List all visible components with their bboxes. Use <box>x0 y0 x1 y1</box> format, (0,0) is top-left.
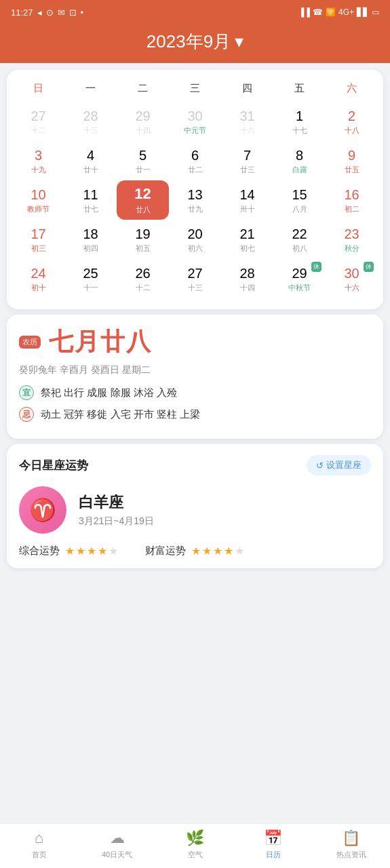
news-icon: 📋 <box>342 829 360 847</box>
ji-tag: 忌 <box>19 407 34 422</box>
wstar4: ★ <box>224 545 233 557</box>
header-title[interactable]: 2023年9月 ▾ <box>0 30 390 54</box>
cal-day-sep9[interactable]: 9 廿五 <box>326 141 378 180</box>
chevron-down-icon: ▾ <box>235 31 243 52</box>
cal-day-sep10[interactable]: 10 教师节 <box>12 180 64 220</box>
cal-day-sep30[interactable]: 休 30 十六 <box>326 259 378 298</box>
month-title: 2023年9月 <box>147 30 231 54</box>
cal-day-sep15[interactable]: 15 八月 <box>273 180 326 220</box>
star2: ★ <box>76 545 85 557</box>
wstar2: ★ <box>202 545 212 557</box>
cal-day-aug30[interactable]: 30 中元节 <box>169 102 221 141</box>
battery-icon: ▭ <box>372 7 379 17</box>
weekday-sat: 六 <box>326 79 378 98</box>
nav-home[interactable]: ⌂ 首页 <box>0 829 78 860</box>
news-label: 热点资讯 <box>336 850 366 860</box>
calendar-card: 日 一 二 三 四 五 六 27 十二 28 十三 29 十四 30 <box>7 70 383 309</box>
weather-icon: ☁ <box>110 829 125 847</box>
cal-day-sep21[interactable]: 21 初七 <box>221 220 273 259</box>
weekday-fri: 五 <box>273 79 326 98</box>
cal-day-sep8[interactable]: 8 白露 <box>273 141 326 180</box>
cal-day-sep13[interactable]: 13 廿九 <box>169 180 221 220</box>
wealth-label: 财富运势 <box>145 545 186 557</box>
cal-day-sep12-today[interactable]: 12 廿八 <box>117 180 169 220</box>
gps-icon: ⊙ <box>46 7 54 18</box>
overall-stars: ★ ★ ★ ★ ★ <box>65 545 118 557</box>
cal-day-sep19[interactable]: 19 初五 <box>117 220 169 259</box>
lunar-yi-row: 宜 祭祀 出行 成服 除服 沐浴 入殓 <box>19 384 371 401</box>
lunar-header: 农历 七月廿八 <box>19 326 371 359</box>
bottom-nav: ⌂ 首页 ☁ 40日天气 🌿 空气 📅 日历 📋 热点资讯 <box>0 823 390 868</box>
lunar-card: 农历 七月廿八 癸卯兔年 辛酉月 癸酉日 星期二 宜 祭祀 出行 成服 除服 沐… <box>7 315 383 439</box>
cal-day-sep26[interactable]: 26 十二 <box>117 259 169 298</box>
status-bar: 11:27 ◂ ⊙ ✉ ⊡ • ▐▐ ☎ 🛜 4G+ ▋▋ ▭ <box>0 0 390 24</box>
cal-day-aug28[interactable]: 28 十三 <box>64 102 117 141</box>
nav-air[interactable]: 🌿 空气 <box>156 829 234 860</box>
calendar-header: 日 一 二 三 四 五 六 <box>12 79 378 98</box>
cal-day-aug29[interactable]: 29 十四 <box>117 102 169 141</box>
calendar-icon: 📅 <box>264 829 282 847</box>
lunar-badge: 农历 <box>19 336 41 349</box>
cal-day-sep18[interactable]: 18 初四 <box>64 220 117 259</box>
weekday-wed: 三 <box>169 79 221 98</box>
horoscope-title: 今日星座运势 <box>19 458 88 473</box>
cal-day-sep27[interactable]: 27 十三 <box>169 259 221 298</box>
wifi-icon: 🛜 <box>326 7 336 17</box>
set-horoscope-button[interactable]: ↺ 设置星座 <box>307 455 371 475</box>
4g-label: 4G+ <box>338 7 354 17</box>
status-right: ▐▐ ☎ 🛜 4G+ ▋▋ ▭ <box>298 7 379 17</box>
cal-day-sep5[interactable]: 5 廿一 <box>117 141 169 180</box>
lunar-subtitle: 癸卯兔年 辛酉月 癸酉日 星期二 <box>19 364 371 376</box>
cal-day-sep17[interactable]: 17 初三 <box>12 220 64 259</box>
set-btn-label: 设置星座 <box>326 459 362 471</box>
fortune-wealth: 财富运势 ★ ★ ★ ★ ★ <box>145 545 244 557</box>
cal-day-sep23[interactable]: 23 秋分 <box>326 220 378 259</box>
cal-day-sep29[interactable]: 休 29 中秋节 <box>273 259 326 298</box>
nav-calendar[interactable]: 📅 日历 <box>234 829 312 860</box>
cal-day-aug27[interactable]: 27 十二 <box>12 102 64 141</box>
cal-day-sep24[interactable]: 24 初十 <box>12 259 64 298</box>
horoscope-card: 今日星座运势 ↺ 设置星座 ♈ 白羊座 3月21日~4月19日 综合运势 ★ ★… <box>7 444 383 568</box>
cal-day-sep28[interactable]: 28 十四 <box>221 259 273 298</box>
cal-day-sep20[interactable]: 20 初六 <box>169 220 221 259</box>
star1: ★ <box>65 545 75 557</box>
cal-day-sep22[interactable]: 22 初八 <box>273 220 326 259</box>
sign-name: 白羊座 <box>79 492 154 513</box>
home-icon: ⌂ <box>35 829 43 847</box>
time: 11:27 <box>11 7 33 18</box>
calendar-label: 日历 <box>266 850 281 860</box>
cal-day-sep2[interactable]: 2 十八 <box>326 102 378 141</box>
yi-tag: 宜 <box>19 385 34 400</box>
air-label: 空气 <box>188 850 203 860</box>
cal-day-sep14[interactable]: 14 卅十 <box>221 180 273 220</box>
header: 2023年9月 ▾ <box>0 24 390 63</box>
cal-day-sep3[interactable]: 3 十九 <box>12 141 64 180</box>
holiday-badge-rest: 休 <box>311 262 321 272</box>
cal-day-aug31[interactable]: 31 十六 <box>221 102 273 141</box>
wstar3: ★ <box>213 545 222 557</box>
weekday-sun: 日 <box>12 79 64 98</box>
home-label: 首页 <box>32 850 47 860</box>
cal-day-sep25[interactable]: 25 十一 <box>64 259 117 298</box>
weather-label: 40日天气 <box>102 850 132 860</box>
nav-icon: ◂ <box>37 7 42 18</box>
horoscope-sign-info: 白羊座 3月21日~4月19日 <box>79 492 154 528</box>
cal-day-sep11[interactable]: 11 廿七 <box>64 180 117 220</box>
nav-weather[interactable]: ☁ 40日天气 <box>78 829 156 860</box>
air-icon: 🌿 <box>186 829 204 847</box>
call-icon: ☎ <box>313 7 323 17</box>
wstar1: ★ <box>191 545 201 557</box>
cal-day-sep16[interactable]: 16 初二 <box>326 180 378 220</box>
yi-content: 祭祀 出行 成服 除服 沐浴 入殓 <box>41 384 177 401</box>
cal-day-sep6[interactable]: 6 廿二 <box>169 141 221 180</box>
cal-day-sep4[interactable]: 4 廿十 <box>64 141 117 180</box>
nav-news[interactable]: 📋 热点资讯 <box>312 829 390 860</box>
cal-day-sep7[interactable]: 7 廿三 <box>221 141 273 180</box>
cal-day-sep1[interactable]: 1 十七 <box>273 102 326 141</box>
wealth-stars: ★ ★ ★ ★ ★ <box>191 545 244 557</box>
aries-icon: ♈ <box>19 486 66 534</box>
dot-icon: • <box>81 7 84 18</box>
sign-date-range: 3月21日~4月19日 <box>79 515 154 528</box>
star5: ★ <box>109 545 118 557</box>
star3: ★ <box>87 545 96 557</box>
